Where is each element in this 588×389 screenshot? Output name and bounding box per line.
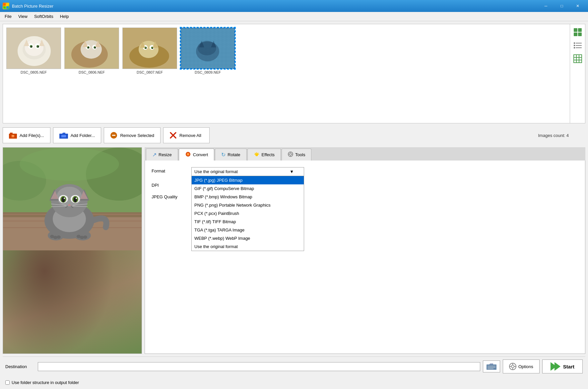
format-row: Format Use the original format ▼ JPG (*.… [152,167,578,176]
add-folder-label: Add Folder... [71,133,95,138]
panel-grid-btn[interactable] [572,53,584,65]
format-option-8[interactable]: Use the original format [192,242,304,251]
thumb-img-3 [122,28,177,69]
maximize-button[interactable]: □ [554,0,569,12]
preview-panel [3,147,142,354]
tab-rotate-label: Rotate [228,152,240,157]
remove-selected-button[interactable]: Remove Selected [104,127,161,143]
main-content: DSC_0805.NEF [0,21,588,389]
svg-point-105 [57,235,61,239]
tab-tools-label: Tools [295,152,305,157]
svg-rect-47 [574,32,577,36]
app-title: Batch Picture Resizer [12,4,53,9]
svg-rect-51 [574,45,575,46]
format-select-button[interactable]: Use the original format ▼ [191,167,304,176]
svg-rect-0 [3,3,6,6]
svg-point-7 [25,39,43,56]
bottom-bar: Use folder structure in output folder [3,379,585,386]
image-thumb-1[interactable]: DSC_0805.NEF [6,28,61,74]
svg-point-119 [290,153,292,155]
format-option-5[interactable]: TIF (*.tif) TIFF Bitmap [192,218,304,226]
svg-marker-136 [555,362,560,371]
tab-resize[interactable]: ↗ Resize [146,149,178,161]
convert-icon [185,152,191,158]
minimize-button[interactable]: ─ [538,0,554,12]
destination-browse-button[interactable] [483,360,500,372]
svg-line-115 [255,153,256,154]
svg-rect-50 [576,43,582,43]
svg-rect-49 [574,42,575,44]
remove-all-button[interactable]: Remove All [163,127,210,143]
destination-input[interactable] [38,362,480,371]
checkbox-row: Use folder structure in output folder [5,380,583,385]
tab-tools[interactable]: Tools [282,149,311,161]
format-option-4[interactable]: PCX (*.pcx) PaintBrush [192,209,304,218]
image-thumb-2[interactable]: DSC_0806.NEF [64,28,119,74]
tab-rotate[interactable]: ↻ Rotate [215,149,246,161]
folder-structure-label: Use folder structure in output folder [12,380,79,385]
title-bar: Batch Picture Resizer ─ □ ✕ [0,0,588,12]
tabs-panel: ↗ Resize Convert ↻ Rotate [145,147,585,354]
tab-convert[interactable]: Convert [179,149,215,161]
add-folder-button[interactable]: Add Folder... [53,127,101,143]
bottom-area: ↗ Resize Convert ↻ Rotate [3,147,585,354]
svg-line-113 [257,153,258,154]
options-button[interactable]: Options [503,359,540,373]
svg-rect-66 [61,135,66,137]
start-button[interactable]: Start [542,359,583,373]
menu-bar: File View SoftOrbits Help [0,12,588,21]
thumb-label-4: DSC_0809.NEF [195,70,221,74]
panel-list-btn[interactable] [572,39,584,51]
svg-point-34 [145,47,147,49]
destination-row: Destination Options [3,357,585,376]
tab-effects[interactable]: Effects [247,149,281,161]
svg-rect-3 [6,6,9,9]
svg-point-95 [76,198,77,199]
image-thumb-3[interactable]: DSC_0807.NEF [122,28,177,74]
toolbar-row: Add File(s)... Add Folder... Remove Sele… [3,126,585,145]
format-option-2[interactable]: BMP (*.bmp) Windows Bitmap [192,193,304,201]
format-option-7[interactable]: WEBP (*.webp) WebP Image [192,234,304,242]
svg-rect-63 [12,135,14,136]
format-option-6[interactable]: TGA (*.tga) TARGA Image [192,226,304,234]
menu-view[interactable]: View [15,13,31,20]
tab-effects-label: Effects [262,152,275,157]
remove-selected-label: Remove Selected [120,133,154,138]
format-selected-value: Use the original format [194,169,238,174]
format-option-0[interactable]: JPG (*.jpg) JPEG Bitmap [192,176,304,184]
tab-resize-label: Resize [159,152,172,157]
svg-point-111 [187,153,189,155]
svg-point-24 [95,47,96,48]
panel-thumbnail-btn[interactable] [572,26,584,38]
format-option-3[interactable]: PNG (*.png) Portable Network Graphics [192,201,304,209]
thumb-img-4 [180,28,235,69]
app-icon [3,3,9,9]
format-dropdown-list: JPG (*.jpg) JPEG Bitmap GIF (*.gif) Comp… [191,176,304,251]
menu-file[interactable]: File [1,13,15,20]
preview-image [3,148,142,354]
thumb-label-3: DSC_0807.NEF [137,70,163,74]
options-label: Options [518,364,533,369]
jpeg-quality-label: JPEG Quality [152,193,185,199]
format-option-1[interactable]: GIF (*.gif) CompuServe Bitmap [192,184,304,193]
svg-rect-127 [488,367,495,368]
svg-point-117 [255,154,258,156]
effects-icon [254,152,260,158]
title-bar-left: Batch Picture Resizer [3,3,53,9]
add-files-label: Add File(s)... [20,133,44,138]
svg-rect-59 [574,55,582,63]
destination-label: Destination [5,364,35,369]
svg-rect-61 [10,133,13,134]
tab-content-convert: Format Use the original format ▼ JPG (*.… [145,161,585,354]
menu-softorbits[interactable]: SoftOrbits [31,13,57,20]
menu-help[interactable]: Help [57,13,72,20]
close-button[interactable]: ✕ [570,0,585,12]
image-thumb-4[interactable]: DSC_0809.NEF [180,28,235,74]
svg-point-13 [37,46,39,47]
svg-rect-126 [488,366,495,366]
svg-point-12 [31,46,32,47]
tabs-row: ↗ Resize Convert ↻ Rotate [145,147,585,161]
folder-structure-checkbox[interactable] [5,380,10,385]
remove-all-label: Remove All [179,133,201,138]
add-files-button[interactable]: Add File(s)... [3,127,50,143]
